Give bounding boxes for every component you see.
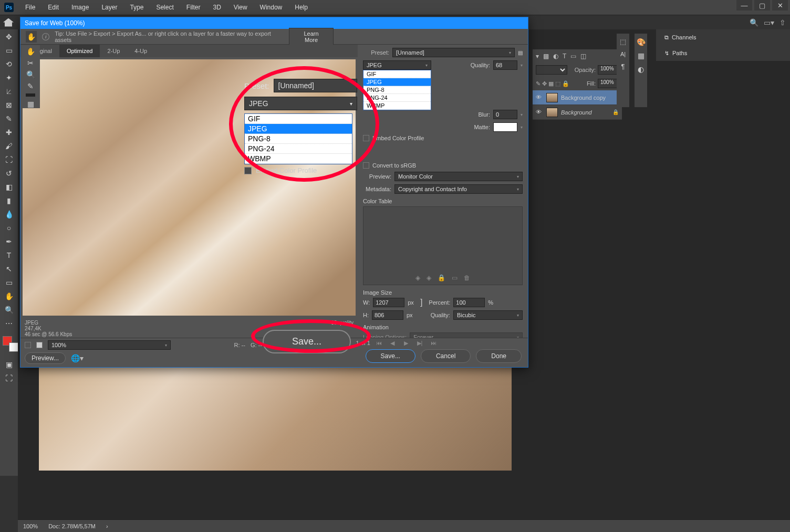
layer-row[interactable]: 👁 Background 🔒 — [533, 105, 622, 120]
screenmode-tool[interactable]: ⛶ — [3, 373, 15, 383]
first-frame[interactable]: ⏮ — [373, 339, 384, 347]
lock-icons[interactable]: ✎ ✥ ▦ ⬚ 🔒 — [536, 80, 569, 87]
menu-filter[interactable]: Filter — [181, 2, 206, 13]
width-input[interactable] — [373, 298, 404, 307]
minimize-button[interactable]: — — [736, 0, 752, 11]
sfw-zoom-tool[interactable]: 🔍 — [24, 70, 37, 79]
preview-button[interactable]: Preview... — [25, 352, 66, 364]
brush-tool[interactable]: 🖌 — [3, 141, 15, 151]
wand-tool[interactable]: ✦ — [3, 72, 15, 83]
next-frame[interactable]: ▶| — [414, 339, 425, 347]
browser-icon[interactable]: 🌐▾ — [71, 354, 84, 362]
resample-select[interactable]: Bicubic▾ — [453, 310, 523, 320]
frame-tool[interactable]: ⊠ — [3, 100, 15, 110]
character-panel-icon[interactable]: ¶ — [621, 62, 625, 70]
gradient-tool[interactable]: ▮ — [3, 195, 15, 206]
channels-tab[interactable]: ⧉Channels — [660, 32, 700, 43]
color-swatches[interactable] — [3, 336, 15, 349]
lasso-tool[interactable]: ⟲ — [3, 59, 15, 69]
sfw-slice-tool[interactable]: ✂ — [24, 59, 37, 67]
embed-checkbox[interactable] — [363, 135, 369, 141]
background-color[interactable] — [9, 342, 18, 352]
layer-pixel-icon[interactable]: ▩ — [543, 53, 549, 60]
sfw-eyedropper-tool[interactable]: ✎ — [24, 82, 37, 90]
ct-icon[interactable]: 🗑 — [464, 274, 470, 281]
color-panel-icon[interactable]: ⬚ — [620, 38, 626, 46]
ct-icon[interactable]: ◈ — [415, 274, 420, 281]
overlay-embed-checkbox[interactable] — [244, 167, 252, 174]
menu-help[interactable]: Help — [289, 2, 313, 13]
dodge-tool[interactable]: ○ — [3, 223, 15, 233]
adjustments-icon[interactable]: ◐ — [638, 65, 644, 74]
format-select[interactable]: JPEG▾ — [363, 60, 431, 70]
format-option-png24[interactable]: PNG-24 — [363, 94, 431, 102]
status-zoom[interactable]: 100% — [23, 523, 38, 529]
overlay-option-wbmp[interactable]: WBMP — [245, 154, 352, 164]
done-button[interactable]: Done — [476, 349, 522, 363]
shape-tool[interactable]: ▭ — [3, 277, 15, 288]
visibility-icon[interactable]: 👁 — [536, 94, 543, 101]
palette-icon[interactable]: 🎨 — [637, 38, 646, 46]
layer-adjust-icon[interactable]: ◐ — [553, 53, 558, 60]
sfw-hand-tool[interactable]: ✋ — [24, 47, 37, 56]
stamp-tool[interactable]: ⛶ — [3, 154, 15, 165]
paths-tab[interactable]: ↯Paths — [660, 48, 691, 59]
preset-menu-icon[interactable]: ▤ — [518, 50, 523, 56]
menu-file[interactable]: File — [20, 2, 40, 13]
sfw-color-swatch[interactable] — [26, 93, 35, 97]
search-icon[interactable]: 🔍 — [750, 18, 758, 27]
menu-view[interactable]: View — [228, 2, 253, 13]
menu-select[interactable]: Select — [151, 2, 179, 13]
more-tools[interactable]: ⋯ — [3, 318, 15, 329]
link-icon[interactable]: ] — [420, 298, 422, 307]
zoom-tool[interactable]: 🔍 — [3, 305, 15, 315]
menu-edit[interactable]: Edit — [43, 2, 64, 13]
fill-value[interactable]: 100% — [598, 79, 619, 88]
path-tool[interactable]: ↖ — [3, 264, 15, 274]
metadata-select[interactable]: Copyright and Contact Info▾ — [394, 184, 523, 194]
layer-smart-icon[interactable]: ◫ — [580, 53, 586, 60]
last-frame[interactable]: ⏭ — [428, 339, 439, 347]
overlay-format-select[interactable]: JPEG▾ — [244, 97, 357, 110]
hand-icon[interactable]: ✋ — [26, 31, 37, 43]
layer-row[interactable]: 👁 Background copy — [533, 90, 622, 105]
format-option-jpeg[interactable]: JPEG — [363, 78, 431, 86]
workspace-icon[interactable]: ▭▾ — [764, 18, 774, 27]
blur-tool[interactable]: 💧 — [3, 209, 15, 220]
play[interactable]: ▶ — [401, 339, 411, 347]
blend-mode[interactable] — [536, 65, 567, 75]
layer-filter-icon[interactable]: ▾ — [536, 53, 539, 60]
eyedropper-tool[interactable]: ✎ — [3, 113, 15, 124]
paragraph-panel-icon[interactable]: A| — [620, 51, 626, 57]
swatches-icon[interactable]: ▦ — [638, 51, 645, 60]
overlay-option-jpeg[interactable]: JPEG — [245, 124, 352, 134]
move-tool[interactable]: ✥ — [3, 32, 15, 42]
convert-checkbox[interactable] — [363, 162, 369, 169]
opacity-value[interactable]: 100% — [598, 65, 619, 75]
menu-3d[interactable]: 3D — [207, 2, 226, 13]
ct-icon[interactable]: ▭ — [452, 274, 458, 281]
eraser-tool[interactable]: ◧ — [3, 182, 15, 192]
hand-tool[interactable]: ✋ — [3, 291, 15, 301]
overlay-option-gif[interactable]: GIF — [245, 114, 352, 124]
zoom-select[interactable]: 100%▾ — [48, 340, 171, 350]
overlay-preset-select[interactable]: [Unnamed] — [274, 79, 357, 92]
save-button[interactable]: Save... — [366, 349, 415, 363]
menu-window[interactable]: Window — [255, 2, 288, 13]
quality-input[interactable] — [493, 60, 517, 70]
heal-tool[interactable]: ✚ — [3, 127, 15, 138]
visibility-icon[interactable]: 👁 — [536, 109, 543, 116]
preset-select[interactable]: [Unnamed]▾ — [392, 48, 515, 57]
overlay-option-png24[interactable]: PNG-24 — [245, 144, 352, 154]
percent-input[interactable] — [453, 298, 485, 307]
maximize-button[interactable]: ▢ — [754, 0, 770, 11]
menu-image[interactable]: Image — [66, 2, 94, 13]
layer-type-icon[interactable]: T — [563, 53, 566, 60]
matte-swatch[interactable] — [493, 122, 517, 132]
prev-frame[interactable]: ◀ — [387, 339, 398, 347]
quickmask-tool[interactable]: ▣ — [3, 359, 15, 370]
type-tool[interactable]: T — [3, 250, 15, 260]
marquee-tool[interactable]: ▭ — [3, 45, 15, 56]
home-icon[interactable] — [3, 18, 14, 27]
status-arrow[interactable]: › — [106, 523, 108, 529]
